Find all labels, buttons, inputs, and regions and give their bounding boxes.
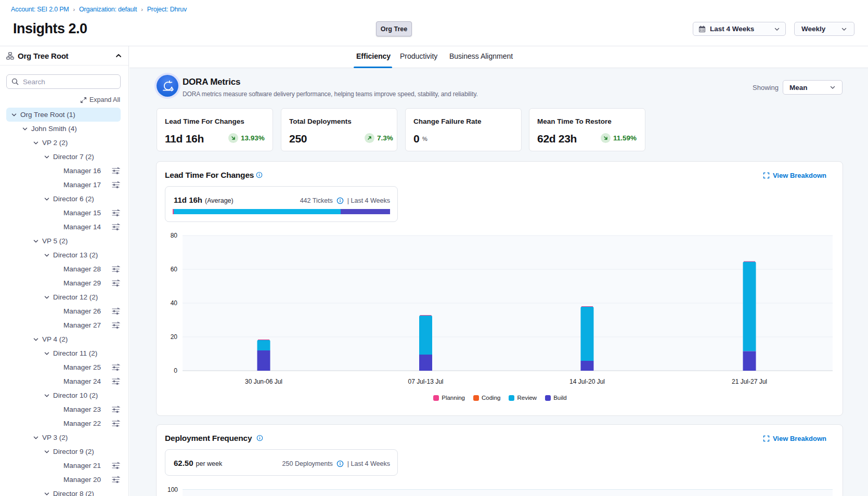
svg-text:40: 40 bbox=[171, 299, 178, 307]
svg-text:30 Jun-06 Jul: 30 Jun-06 Jul bbox=[245, 378, 282, 385]
svg-text:14 Jul-20 Jul: 14 Jul-20 Jul bbox=[569, 378, 605, 385]
svg-text:60: 60 bbox=[171, 266, 178, 273]
svg-text:80: 80 bbox=[171, 232, 178, 239]
svg-text:0: 0 bbox=[174, 367, 177, 374]
svg-text:20: 20 bbox=[171, 333, 178, 341]
svg-text:07 Jul-13 Jul: 07 Jul-13 Jul bbox=[408, 378, 443, 385]
svg-text:21 Jul-27 Jul: 21 Jul-27 Jul bbox=[732, 378, 767, 385]
